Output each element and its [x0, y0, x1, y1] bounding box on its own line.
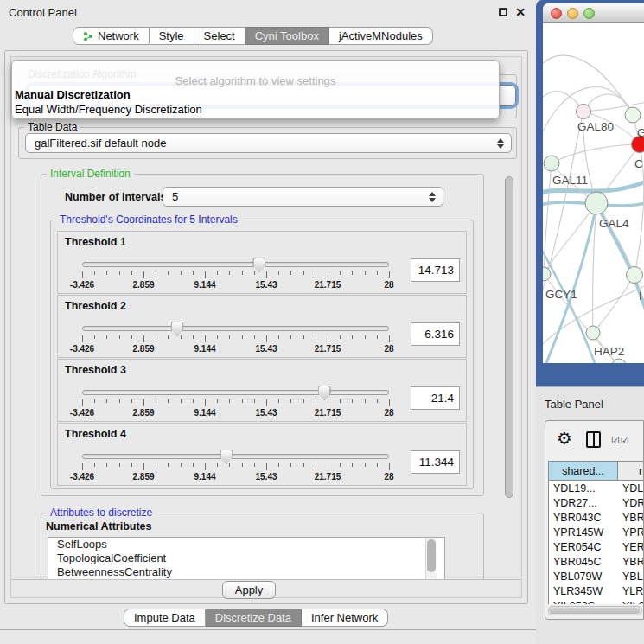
cell-name[interactable]: YDL1: [619, 482, 644, 494]
cell-name[interactable]: YBL0: [619, 571, 644, 583]
network-canvas[interactable]: GAL80GCGAL11GAL4GCY1HHAP2: [543, 23, 644, 363]
cell-shared-name[interactable]: YBR043C: [549, 512, 619, 524]
slider-thumb[interactable]: [220, 450, 233, 464]
slider-thumb[interactable]: [318, 386, 331, 400]
table-row[interactable]: YPR145WYPR1: [549, 525, 644, 539]
tab-jactivemnodules[interactable]: jActiveMNodules: [329, 27, 433, 45]
cell-name[interactable]: YDR2: [619, 497, 644, 509]
horizontal-scrollbar[interactable]: [548, 606, 642, 615]
node-pink[interactable]: [577, 105, 591, 119]
cell-shared-name[interactable]: YDL19...: [549, 482, 619, 494]
vertical-scrollbar[interactable]: [505, 164, 514, 577]
table-row[interactable]: YLR345WYLR3: [549, 583, 644, 598]
network-edge[interactable]: [552, 144, 640, 163]
node-gcy1[interactable]: [543, 267, 551, 281]
network-edge[interactable]: [544, 163, 552, 274]
attribute-item-betweennesscentrality[interactable]: BetweennessCentrality: [48, 565, 444, 579]
thresholds-group-label: Threshold's Coordinates for 5 Intervals: [56, 214, 241, 226]
node-gal4[interactable]: [585, 192, 608, 214]
tab-style[interactable]: Style: [150, 27, 194, 45]
list-scrollbar-thumb[interactable]: [427, 539, 436, 572]
threshold-2-panel: Threshold 2 -3.4262.8599.14415.4321.7152…: [57, 295, 467, 358]
list-scrollbar[interactable]: [425, 538, 437, 579]
column-header-name[interactable]: n: [618, 461, 644, 481]
cell-shared-name[interactable]: YIL052C: [549, 600, 619, 605]
threshold-4-value-field[interactable]: 11.344: [411, 450, 460, 474]
threshold-4-label: Threshold 4: [65, 428, 126, 440]
network-edge[interactable]: [543, 112, 583, 317]
cell-name[interactable]: YLR3: [619, 585, 644, 597]
threshold-3-slider[interactable]: -3.4262.8599.14415.4321.71528: [82, 386, 389, 420]
horizontal-scrollbar-thumb[interactable]: [550, 608, 640, 614]
cell-shared-name[interactable]: YLR345W: [549, 585, 619, 597]
minimize-traffic-light-icon[interactable]: [567, 8, 578, 19]
tick-label: 2.859: [132, 280, 154, 290]
network-edge[interactable]: [593, 275, 634, 333]
vertical-scrollbar-thumb[interactable]: [505, 176, 513, 498]
cell-name[interactable]: YBR0: [619, 512, 644, 524]
table-row[interactable]: YDL19...YDL1: [549, 481, 644, 495]
close-traffic-light-icon[interactable]: [551, 8, 562, 19]
threshold-1-value-field[interactable]: 14.713: [411, 258, 460, 282]
column-header-shared-name[interactable]: shared...: [548, 461, 618, 481]
cell-shared-name[interactable]: YDR27...: [549, 497, 619, 509]
table-row[interactable]: YDR27...YDR2: [549, 495, 644, 510]
numerical-attributes-list[interactable]: SelfLoopsTopologicalCoefficientBetweenne…: [48, 537, 445, 579]
tab-label: Impute Data: [134, 611, 195, 624]
slider-track[interactable]: [82, 326, 389, 331]
slider-ticks: [82, 271, 389, 279]
cell-shared-name[interactable]: YBL079W: [549, 571, 619, 583]
node-h[interactable]: [627, 267, 643, 284]
popup-item-manual-discretization[interactable]: Manual Discretization: [15, 88, 131, 101]
tab-impute-data[interactable]: Impute Data: [124, 609, 206, 627]
cell-name[interactable]: YER0: [619, 541, 644, 553]
table-row[interactable]: YIL052CYIL0: [549, 598, 644, 604]
popup-item-equal-width-frequency-discretization[interactable]: Equal Width/Frequency Discretization: [15, 103, 202, 116]
settings-gear-icon[interactable]: ⚙: [557, 428, 572, 449]
network-edge-thick[interactable]: [546, 204, 596, 363]
tab-select[interactable]: Select: [194, 27, 245, 45]
threshold-1-slider[interactable]: -3.4262.8599.14415.4321.71528: [82, 258, 389, 292]
attribute-item-selfloops[interactable]: SelfLoops: [48, 538, 444, 552]
slider-ticks: [82, 463, 389, 471]
apply-button[interactable]: Apply: [222, 581, 276, 599]
cell-shared-name[interactable]: YPR145W: [549, 526, 619, 539]
network-edge-thick[interactable]: [543, 239, 595, 363]
number-of-intervals-combobox[interactable]: 5: [163, 187, 443, 207]
network-window-titlebar[interactable]: [543, 3, 644, 23]
tab-network[interactable]: Network: [73, 27, 150, 45]
cell-shared-name[interactable]: YER054C: [549, 541, 619, 553]
slider-track[interactable]: [82, 262, 389, 267]
slider-track[interactable]: [82, 390, 389, 395]
threshold-1-label: Threshold 1: [65, 236, 126, 248]
slider-track[interactable]: [82, 454, 389, 459]
slider-thumb[interactable]: [252, 258, 265, 272]
node-bottom[interactable]: [612, 359, 626, 363]
table-row[interactable]: YBR045CYBR0: [549, 554, 644, 569]
cell-shared-name[interactable]: YBR045C: [549, 556, 619, 568]
select-columns-icon[interactable]: ☑☑: [611, 435, 630, 446]
tab-discretize-data[interactable]: Discretize Data: [206, 609, 302, 627]
table-row[interactable]: YBR043CYBR0: [549, 510, 644, 525]
cell-name[interactable]: YIL0: [619, 600, 644, 605]
zoom-traffic-light-icon[interactable]: [583, 8, 595, 19]
attribute-item-topologicalcoefficient[interactable]: TopologicalCoefficient: [48, 552, 444, 565]
node-gal11[interactable]: [544, 156, 559, 171]
float-window-icon[interactable]: [499, 8, 507, 16]
column-layout-icon[interactable]: [586, 431, 601, 448]
table-row[interactable]: YER054CYER0: [549, 539, 644, 554]
table-row[interactable]: YBL079WYBL0: [549, 569, 644, 583]
threshold-4-slider[interactable]: -3.4262.8599.14415.4321.71528: [82, 450, 389, 484]
cell-name[interactable]: YPR1: [619, 526, 644, 539]
cell-name[interactable]: YBR0: [619, 556, 644, 568]
threshold-2-slider[interactable]: -3.4262.8599.14415.4321.71528: [82, 322, 389, 356]
table-data-combobox[interactable]: galFiltered.sif default node: [25, 133, 512, 153]
tab-cyni-toolbox[interactable]: Cyni Toolbox: [245, 27, 329, 45]
threshold-3-value-field[interactable]: 21.4: [411, 386, 460, 410]
threshold-2-value-field[interactable]: 6.316: [411, 322, 460, 346]
tab-infer-network[interactable]: Infer Network: [302, 609, 388, 627]
node-hap2[interactable]: [586, 326, 600, 340]
slider-thumb[interactable]: [171, 322, 184, 336]
close-icon[interactable]: ✕: [515, 6, 526, 18]
node-green-top[interactable]: [625, 107, 641, 123]
